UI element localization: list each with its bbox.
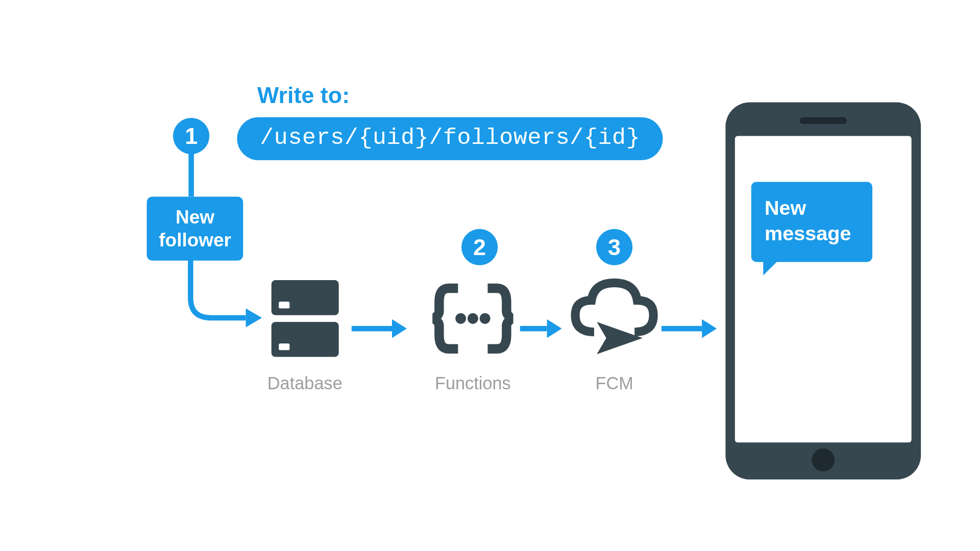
notification-bubble: New message — [751, 182, 873, 262]
fcm-node: FCM — [567, 275, 662, 394]
phone-speaker — [800, 117, 847, 124]
svg-rect-2 — [279, 302, 289, 308]
curved-connector — [188, 251, 262, 328]
svg-rect-4 — [279, 343, 289, 350]
database-node: Database — [267, 275, 342, 394]
notification-line1: New — [765, 196, 806, 219]
svg-marker-0 — [246, 309, 262, 328]
phone-device: New message — [725, 103, 921, 480]
phone-screen: New message — [735, 136, 912, 443]
svg-point-7 — [480, 313, 491, 324]
phone-body: New message — [725, 103, 921, 480]
database-label: Database — [267, 373, 342, 394]
new-follower-line1: New — [176, 207, 214, 228]
svg-point-6 — [468, 313, 478, 324]
arrow-functions-to-fcm — [520, 319, 562, 338]
svg-rect-3 — [271, 322, 338, 357]
fcm-label: FCM — [567, 373, 662, 394]
step-badge-2: 2 — [461, 229, 498, 265]
phone-home-button — [812, 448, 835, 471]
step-badge-1: 1 — [173, 118, 209, 154]
svg-rect-1 — [271, 280, 338, 315]
functions-node: Functions — [432, 275, 513, 394]
functions-label: Functions — [432, 373, 513, 394]
diagram-canvas: Write to: /users/{uid}/followers/{id} 1 … — [122, 48, 980, 551]
arrow-db-to-functions — [352, 319, 407, 338]
functions-icon — [432, 275, 513, 363]
database-icon — [268, 275, 342, 363]
new-follower-line2: follower — [159, 230, 231, 251]
cloud-send-icon — [567, 275, 662, 363]
database-path-pill: /users/{uid}/followers/{id} — [237, 117, 663, 160]
write-to-label: Write to: — [257, 82, 350, 108]
svg-point-5 — [455, 313, 466, 324]
arrow-fcm-to-phone — [662, 319, 717, 338]
notification-line2: message — [765, 222, 851, 244]
step-badge-3: 3 — [596, 229, 632, 265]
connector-vertical — [188, 154, 194, 196]
